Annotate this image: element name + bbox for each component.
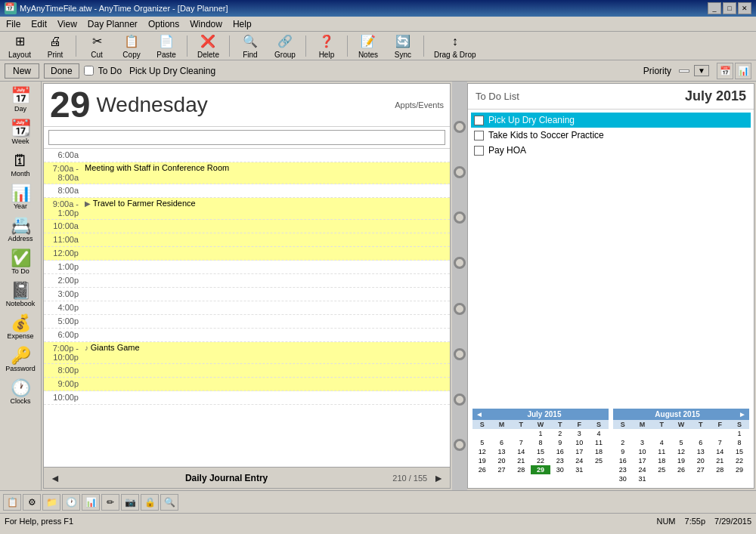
- prev-day-button[interactable]: ◄: [50, 472, 60, 484]
- calendar-day[interactable]: 9: [550, 438, 570, 447]
- calendar-day[interactable]: 11: [652, 447, 671, 456]
- bottom-btn-chart[interactable]: 📊: [82, 494, 100, 511]
- calendar-day[interactable]: 30: [613, 474, 633, 483]
- calendar-day[interactable]: 21: [711, 456, 730, 465]
- time-content-600a[interactable]: [82, 149, 450, 162]
- sidebar-item-password[interactable]: 🔑 Password: [2, 344, 39, 375]
- sidebar-item-expense[interactable]: 💰 Expense: [2, 312, 39, 343]
- calendar-day[interactable]: 29: [730, 465, 749, 474]
- bottom-btn-edit[interactable]: ✏: [101, 494, 119, 511]
- calendar-day[interactable]: 26: [472, 465, 492, 474]
- calendar-day[interactable]: 5: [671, 438, 691, 447]
- sidebar-item-clocks[interactable]: 🕐 Clocks: [2, 377, 39, 408]
- calendar-day[interactable]: 28: [511, 465, 531, 474]
- calendar-day[interactable]: 2: [613, 438, 633, 447]
- calendar-day[interactable]: 19: [472, 456, 492, 465]
- calendar-day[interactable]: 6: [691, 438, 711, 447]
- menu-file[interactable]: File: [3, 18, 23, 30]
- sidebar-item-address[interactable]: 📇 Address: [2, 215, 39, 245]
- notes-button[interactable]: 📝 Notes: [352, 31, 384, 61]
- calendar-day[interactable]: 22: [730, 456, 749, 465]
- calendar-day[interactable]: 23: [550, 456, 570, 465]
- icon-btn-1[interactable]: 📅: [717, 63, 733, 79]
- calendar-day[interactable]: 25: [589, 456, 609, 465]
- priority-dropdown-button[interactable]: ▼: [694, 65, 709, 76]
- calendar-day[interactable]: 28: [711, 465, 730, 474]
- todo-item-2[interactable]: Take Kids to Soccer Practice: [471, 128, 751, 143]
- help-button[interactable]: ❓ Help: [311, 31, 342, 61]
- calendar-day[interactable]: 4: [652, 438, 671, 447]
- calendar-day[interactable]: 21: [511, 456, 531, 465]
- time-content-300p[interactable]: [82, 288, 450, 301]
- todo-checkbox-3[interactable]: [474, 146, 484, 156]
- sidebar-item-notebook[interactable]: 📓 Notebook: [2, 279, 39, 310]
- time-content-200p[interactable]: [82, 274, 450, 287]
- calendar-day[interactable]: 2: [550, 429, 570, 438]
- next-day-button[interactable]: ►: [433, 472, 444, 484]
- calendar-day[interactable]: 24: [570, 456, 590, 465]
- bottom-btn-folder[interactable]: 📁: [42, 494, 60, 511]
- time-content-900p[interactable]: [82, 378, 450, 390]
- august-next-button[interactable]: ►: [739, 410, 746, 418]
- new-button[interactable]: New: [5, 63, 39, 79]
- menu-edit[interactable]: Edit: [28, 18, 50, 30]
- time-content-500p[interactable]: [82, 315, 450, 328]
- planner-schedule[interactable]: 6:00a 7:00a - 8:00a Meeting with Staff i…: [44, 149, 450, 467]
- delete-button[interactable]: ❌ Delete: [192, 31, 225, 61]
- calendar-day[interactable]: 4: [589, 429, 609, 438]
- calendar-day[interactable]: 19: [671, 456, 691, 465]
- time-content-800a[interactable]: [82, 184, 450, 197]
- layout-button[interactable]: ⊞ Layout: [3, 31, 36, 61]
- find-button[interactable]: 🔍 Find: [234, 31, 266, 61]
- print-button[interactable]: 🖨 Print: [39, 31, 71, 61]
- calendar-day[interactable]: 17: [633, 456, 652, 465]
- todo-item-1[interactable]: Pick Up Dry Cleaning: [471, 113, 751, 128]
- calendar-day[interactable]: 6: [492, 438, 512, 447]
- time-content-100p[interactable]: [82, 261, 450, 273]
- calendar-day[interactable]: 10: [633, 447, 652, 456]
- calendar-day[interactable]: 15: [730, 447, 749, 456]
- sidebar-item-year[interactable]: 📊 Year: [2, 182, 39, 213]
- calendar-day[interactable]: 23: [613, 465, 633, 474]
- calendar-day[interactable]: 26: [671, 465, 691, 474]
- calendar-day[interactable]: 8: [730, 438, 749, 447]
- calendar-day[interactable]: 7: [511, 438, 531, 447]
- calendar-day[interactable]: 10: [570, 438, 590, 447]
- event-giants[interactable]: ♪ Giants Game: [82, 342, 450, 363]
- calendar-day[interactable]: 20: [492, 456, 512, 465]
- menu-help[interactable]: Help: [230, 18, 255, 30]
- minimize-button[interactable]: _: [708, 2, 721, 14]
- calendar-day[interactable]: 1: [531, 429, 550, 438]
- calendar-day[interactable]: 11: [589, 438, 609, 447]
- menu-window[interactable]: Window: [187, 18, 225, 30]
- bottom-btn-calendar[interactable]: 📋: [3, 494, 21, 511]
- done-button[interactable]: Done: [44, 63, 79, 79]
- calendar-day[interactable]: 27: [492, 465, 512, 474]
- calendar-day[interactable]: 14: [511, 447, 531, 456]
- copy-button[interactable]: 📋 Copy: [116, 31, 147, 61]
- search-input[interactable]: [48, 130, 445, 145]
- maximize-button[interactable]: □: [723, 2, 736, 14]
- calendar-day[interactable]: 30: [550, 465, 570, 474]
- calendar-day[interactable]: 17: [570, 447, 590, 456]
- calendar-day[interactable]: 24: [633, 465, 652, 474]
- calendar-day[interactable]: 31: [633, 474, 652, 483]
- todo-checkbox-2[interactable]: [474, 131, 484, 140]
- time-content-400p[interactable]: [82, 301, 450, 314]
- time-content-600p[interactable]: [82, 329, 450, 341]
- todo-item-3[interactable]: Pay HOA: [471, 143, 751, 158]
- bottom-btn-camera[interactable]: 📷: [121, 494, 139, 511]
- calendar-day[interactable]: 15: [531, 447, 550, 456]
- calendar-day[interactable]: 12: [671, 447, 691, 456]
- calendar-day[interactable]: 18: [589, 447, 609, 456]
- calendar-day[interactable]: 9: [613, 447, 633, 456]
- cut-button[interactable]: ✂ Cut: [81, 31, 113, 61]
- calendar-day[interactable]: 16: [613, 456, 633, 465]
- icon-btn-2[interactable]: 📊: [735, 63, 751, 79]
- calendar-day[interactable]: 13: [492, 447, 512, 456]
- sidebar-item-day[interactable]: 📅 Day: [2, 85, 39, 116]
- calendar-day[interactable]: 27: [691, 465, 711, 474]
- time-content-1100a[interactable]: [82, 233, 450, 246]
- calendar-day[interactable]: 3: [570, 429, 590, 438]
- calendar-day[interactable]: 12: [472, 447, 492, 456]
